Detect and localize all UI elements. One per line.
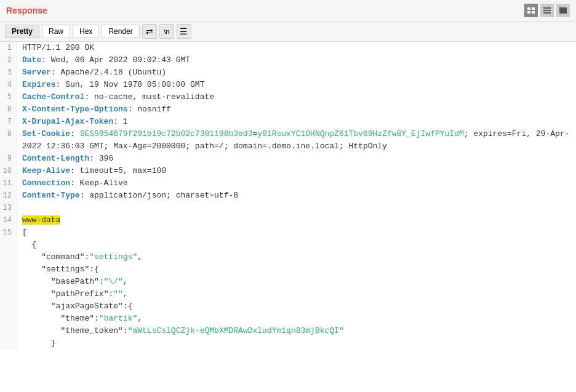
line-3: 3 Server: Apache/2.4.18 (Ubuntu) bbox=[0, 66, 576, 79]
line-20: "pathPrefix":"", bbox=[0, 288, 576, 300]
format-icon-button[interactable]: ⇄ bbox=[142, 24, 157, 39]
line-21: "ajaxPageState":{ bbox=[0, 300, 576, 313]
tab-pretty[interactable]: Pretty bbox=[5, 25, 39, 38]
svg-rect-7 bbox=[559, 7, 567, 14]
line-18: "settings":{ bbox=[0, 263, 576, 276]
tab-render[interactable]: Render bbox=[102, 25, 139, 38]
line-11: 11 Connection: Keep-Alive bbox=[0, 177, 576, 190]
response-header: Response bbox=[0, 0, 576, 22]
tab-raw[interactable]: Raw bbox=[42, 25, 70, 38]
line-24: } bbox=[0, 337, 576, 350]
panel-title: Response bbox=[6, 6, 47, 15]
line-16: { bbox=[0, 239, 576, 251]
line-10: 10 Keep-Alive: timeout=5, max=100 bbox=[0, 165, 576, 177]
response-panel: Response bbox=[0, 0, 576, 385]
svg-rect-5 bbox=[543, 10, 551, 11]
svg-rect-3 bbox=[532, 11, 535, 14]
line-2: 2 Date: Wed, 06 Apr 2022 09:02:43 GMT bbox=[0, 54, 576, 66]
line-13: 13 bbox=[0, 202, 576, 214]
svg-rect-6 bbox=[543, 12, 551, 14]
line-23: "theme_token":"aWtLsCslQCZjk-eQMbXMDRAwD… bbox=[0, 325, 576, 337]
line-22: "theme":"bartik", bbox=[0, 313, 576, 325]
svg-rect-0 bbox=[527, 7, 530, 10]
response-body: 1 HTTP/1.1 200 OK 2 Date: Wed, 06 Apr 20… bbox=[0, 42, 576, 385]
svg-rect-2 bbox=[527, 11, 530, 14]
line-17: "command":"settings", bbox=[0, 251, 576, 263]
svg-rect-1 bbox=[532, 7, 535, 10]
svg-rect-4 bbox=[543, 7, 551, 9]
line-15: 15 [ bbox=[0, 226, 576, 239]
list-view-button[interactable] bbox=[540, 4, 554, 17]
line-19: "basePath":"\/", bbox=[0, 276, 576, 288]
response-toolbar: Pretty Raw Hex Render ⇄ \n ☰ bbox=[0, 22, 576, 42]
tab-hex[interactable]: Hex bbox=[73, 25, 99, 38]
line-6: 6 X-Content-Type-Options: nosniff bbox=[0, 103, 576, 116]
compact-view-button[interactable] bbox=[556, 4, 570, 17]
line-14: 14 www-data bbox=[0, 214, 576, 226]
line-1: 1 HTTP/1.1 200 OK bbox=[0, 42, 576, 54]
line-12: 12 Content-Type: application/json; chars… bbox=[0, 190, 576, 202]
line-7: 7 X-Drupal-Ajax-Token: 1 bbox=[0, 116, 576, 128]
line-4: 4 Expires: Sun, 19 Nov 1978 05:00:00 GMT bbox=[0, 79, 576, 91]
view-toggle-group bbox=[524, 4, 570, 17]
line-9: 9 Content-Length: 396 bbox=[0, 153, 576, 165]
line-5: 5 Cache-Control: no-cache, must-revalida… bbox=[0, 91, 576, 103]
grid-view-button[interactable] bbox=[524, 4, 538, 17]
line-8: 8 Set-Cookie: SESS954679f291b19c72b02c73… bbox=[0, 128, 576, 153]
newline-icon-button[interactable]: \n bbox=[159, 24, 174, 39]
menu-icon-button[interactable]: ☰ bbox=[177, 24, 191, 39]
